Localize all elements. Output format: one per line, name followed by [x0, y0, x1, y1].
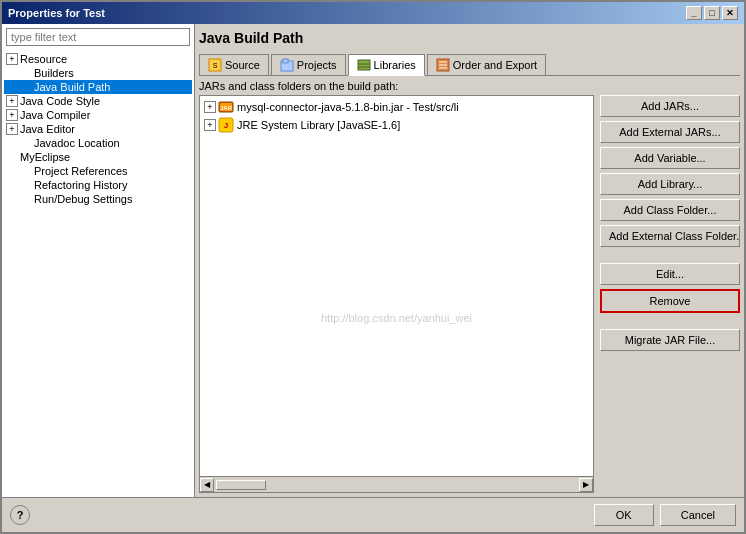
sidebar-item-label: Run/Debug Settings — [34, 193, 132, 205]
sidebar-item-run-debug-settings[interactable]: Run/Debug Settings — [4, 192, 192, 206]
watermark: http://blog.csdn.net/yanhui_wei — [321, 312, 472, 324]
ok-button[interactable]: OK — [594, 504, 654, 526]
projects-icon — [280, 58, 294, 72]
expand-icon: + — [204, 119, 216, 131]
tabs-container: S Source Projects — [199, 54, 740, 76]
content-area: + JAR mysql-connector-java-5.1.8-bin.jar… — [199, 95, 740, 493]
main-content: + Resource Builders Java Build Path — [2, 24, 744, 497]
edit-button[interactable]: Edit... — [600, 263, 740, 285]
svg-text:S: S — [213, 62, 218, 69]
bottom-buttons: OK Cancel — [594, 504, 736, 526]
panel-title: Java Build Path — [199, 28, 740, 48]
jre-icon: J — [218, 117, 234, 133]
sidebar-item-label: Java Compiler — [20, 109, 90, 121]
sidebar-item-java-compiler[interactable]: + Java Compiler — [4, 108, 192, 122]
jar-icon: JAR — [218, 99, 234, 115]
svg-rect-4 — [358, 60, 370, 70]
sidebar-item-label: MyEclipse — [20, 151, 70, 163]
expand-icon: + — [6, 109, 18, 121]
button-spacer — [600, 251, 740, 259]
list-item-jre-library[interactable]: + J JRE System Library [JavaSE-1.6] — [202, 116, 591, 134]
tab-libraries[interactable]: Libraries — [348, 54, 425, 76]
sidebar-item-java-editor[interactable]: + Java Editor — [4, 122, 192, 136]
tab-order-export-label: Order and Export — [453, 59, 537, 71]
sidebar-item-resource[interactable]: + Resource — [4, 52, 192, 66]
sidebar-item-builders[interactable]: Builders — [4, 66, 192, 80]
window-title: Properties for Test — [8, 7, 105, 19]
add-variable-button[interactable]: Add Variable... — [600, 147, 740, 169]
tab-order-export[interactable]: Order and Export — [427, 54, 546, 75]
right-panel: Java Build Path S Source Projects — [195, 24, 744, 497]
sidebar-item-label: Java Code Style — [20, 95, 100, 107]
title-bar-buttons: _ □ ✕ — [686, 6, 738, 20]
sidebar-item-label: Project References — [34, 165, 128, 177]
horizontal-scrollbar[interactable]: ◀ ▶ — [199, 477, 594, 493]
sidebar-item-myeclipse[interactable]: MyEclipse — [4, 150, 192, 164]
list-panel: + JAR mysql-connector-java-5.1.8-bin.jar… — [199, 95, 594, 477]
tab-libraries-label: Libraries — [374, 59, 416, 71]
sidebar: + Resource Builders Java Build Path — [2, 24, 195, 497]
add-class-folder-button[interactable]: Add Class Folder... — [600, 199, 740, 221]
button-spacer — [600, 317, 740, 325]
maximize-button[interactable]: □ — [704, 6, 720, 20]
tab-projects[interactable]: Projects — [271, 54, 346, 75]
tab-source[interactable]: S Source — [199, 54, 269, 75]
list-item-mysql-jar[interactable]: + JAR mysql-connector-java-5.1.8-bin.jar… — [202, 98, 591, 116]
buttons-panel: Add JARs... Add External JARs... Add Var… — [600, 95, 740, 493]
expand-icon: + — [6, 53, 18, 65]
sidebar-item-java-code-style[interactable]: + Java Code Style — [4, 94, 192, 108]
add-library-button[interactable]: Add Library... — [600, 173, 740, 195]
svg-rect-3 — [283, 59, 288, 63]
sidebar-item-label: Java Editor — [20, 123, 75, 135]
sidebar-item-label: Javadoc Location — [34, 137, 120, 149]
migrate-jar-button[interactable]: Migrate JAR File... — [600, 329, 740, 351]
sidebar-item-project-references[interactable]: Project References — [4, 164, 192, 178]
cancel-button[interactable]: Cancel — [660, 504, 736, 526]
list-item-label: mysql-connector-java-5.1.8-bin.jar - Tes… — [237, 101, 459, 113]
expand-icon: + — [204, 101, 216, 113]
sidebar-item-label: Builders — [34, 67, 74, 79]
list-description: JARs and class folders on the build path… — [199, 80, 740, 92]
sidebar-item-refactoring-history[interactable]: Refactoring History — [4, 178, 192, 192]
expand-icon: + — [6, 123, 18, 135]
svg-text:J: J — [224, 121, 228, 130]
scroll-track — [214, 479, 579, 491]
svg-text:JAR: JAR — [220, 105, 233, 111]
scroll-left-button[interactable]: ◀ — [200, 478, 214, 492]
tree-view: + Resource Builders Java Build Path — [2, 50, 194, 497]
sidebar-item-label: Resource — [20, 53, 67, 65]
bottom-panel: ? OK Cancel — [2, 497, 744, 532]
minimize-button[interactable]: _ — [686, 6, 702, 20]
libraries-icon — [357, 58, 371, 72]
add-external-jars-button[interactable]: Add External JARs... — [600, 121, 740, 143]
tab-projects-label: Projects — [297, 59, 337, 71]
add-jars-button[interactable]: Add JARs... — [600, 95, 740, 117]
sidebar-item-label: Java Build Path — [34, 81, 110, 93]
list-inner: + JAR mysql-connector-java-5.1.8-bin.jar… — [200, 96, 593, 136]
tab-source-label: Source — [225, 59, 260, 71]
help-button[interactable]: ? — [10, 505, 30, 525]
list-item-label: JRE System Library [JavaSE-1.6] — [237, 119, 400, 131]
scroll-thumb[interactable] — [216, 480, 266, 490]
order-icon — [436, 58, 450, 72]
expand-icon: + — [6, 95, 18, 107]
list-panel-container: + JAR mysql-connector-java-5.1.8-bin.jar… — [199, 95, 594, 493]
filter-input[interactable] — [6, 28, 190, 46]
properties-window: Properties for Test _ □ ✕ + Resource Bu — [0, 0, 746, 534]
close-button[interactable]: ✕ — [722, 6, 738, 20]
remove-button[interactable]: Remove — [600, 289, 740, 313]
sidebar-item-java-build-path[interactable]: Java Build Path — [4, 80, 192, 94]
scroll-right-button[interactable]: ▶ — [579, 478, 593, 492]
add-external-class-folder-button[interactable]: Add External Class Folder... — [600, 225, 740, 247]
source-icon: S — [208, 58, 222, 72]
sidebar-item-javadoc-location[interactable]: Javadoc Location — [4, 136, 192, 150]
title-bar: Properties for Test _ □ ✕ — [2, 2, 744, 24]
sidebar-item-label: Refactoring History — [34, 179, 128, 191]
